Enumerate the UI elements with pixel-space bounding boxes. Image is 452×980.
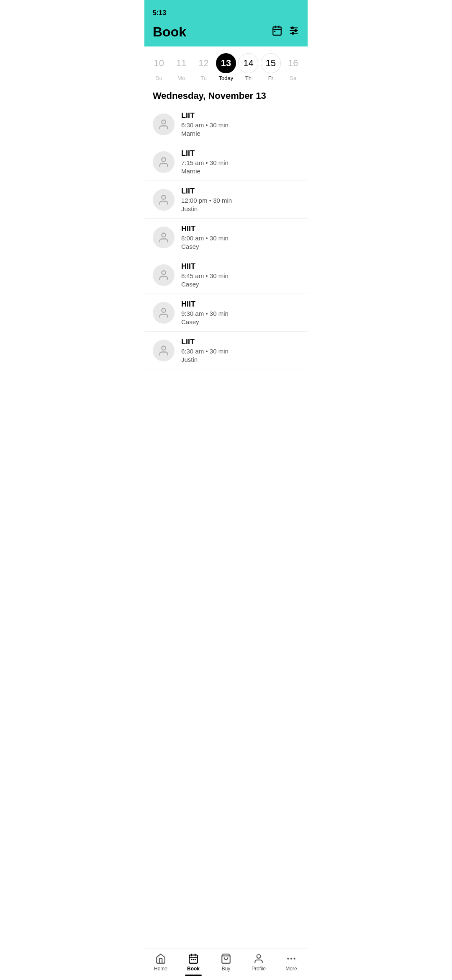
class-avatar: [153, 227, 175, 248]
class-trainer: Marnie: [181, 168, 229, 175]
class-info: HIIT 9:30 am • 30 min Casey: [181, 300, 229, 325]
svg-point-12: [162, 157, 165, 161]
svg-rect-0: [273, 27, 281, 35]
svg-point-8: [292, 27, 293, 28]
svg-point-13: [162, 195, 165, 199]
class-info: LIIT 7:15 am • 30 min Marnie: [181, 149, 229, 175]
calendar-icon[interactable]: [272, 25, 282, 39]
class-time: 6:30 am • 30 min: [181, 348, 229, 355]
class-info: HIIT 8:45 am • 30 min Casey: [181, 262, 229, 288]
date-item-16[interactable]: 16 Sa: [282, 53, 304, 81]
svg-point-15: [162, 271, 165, 274]
class-time: 7:15 am • 30 min: [181, 159, 229, 166]
date-item-10[interactable]: 10 Su: [148, 53, 170, 81]
section-date: Wednesday, November 13: [144, 85, 308, 106]
svg-point-14: [162, 233, 165, 237]
class-name: LIIT: [181, 187, 232, 196]
class-trainer: Justin: [181, 356, 229, 363]
class-info: LIIT 6:30 am • 30 min Justin: [181, 338, 229, 363]
class-info: HIIT 8:00 am • 30 min Casey: [181, 224, 229, 250]
class-name: LIIT: [181, 338, 229, 346]
date-item-14[interactable]: 14 Th: [237, 53, 259, 81]
svg-point-11: [162, 120, 165, 124]
class-avatar: [153, 189, 175, 211]
svg-point-9: [295, 30, 296, 31]
svg-point-16: [162, 308, 165, 312]
class-item[interactable]: LIIT 6:30 am • 30 min Justin: [144, 332, 308, 369]
class-info: LIIT 12:00 pm • 30 min Justin: [181, 187, 232, 212]
date-item-11[interactable]: 11 Mo: [170, 53, 192, 81]
class-time: 12:00 pm • 30 min: [181, 197, 232, 204]
svg-point-10: [292, 32, 294, 34]
page-title: Book: [153, 24, 186, 40]
class-item[interactable]: LIIT 6:30 am • 30 min Marnie: [144, 106, 308, 143]
class-list: LIIT 6:30 am • 30 min Marnie LIIT 7:15 a…: [144, 106, 308, 399]
class-trainer: Casey: [181, 243, 229, 250]
status-bar: 5:13: [144, 0, 308, 21]
class-avatar: [153, 340, 175, 361]
class-name: HIIT: [181, 300, 229, 309]
class-item[interactable]: HIIT 9:30 am • 30 min Casey: [144, 294, 308, 332]
class-name: HIIT: [181, 224, 229, 233]
class-name: HIIT: [181, 262, 229, 271]
class-time: 6:30 am • 30 min: [181, 121, 229, 129]
class-avatar: [153, 264, 175, 286]
class-info: LIIT 6:30 am • 30 min Marnie: [181, 111, 229, 137]
status-time: 5:13: [153, 9, 166, 17]
date-item-15[interactable]: 15 Fr: [260, 53, 282, 81]
filter-icon[interactable]: [288, 25, 299, 39]
class-avatar: [153, 113, 175, 135]
class-item[interactable]: LIIT 12:00 pm • 30 min Justin: [144, 181, 308, 219]
date-item-12[interactable]: 12 Tu: [193, 53, 215, 81]
class-item[interactable]: HIIT 8:45 am • 30 min Casey: [144, 256, 308, 294]
svg-point-17: [162, 346, 165, 350]
class-time: 8:00 am • 30 min: [181, 235, 229, 242]
class-trainer: Casey: [181, 281, 229, 288]
app-header: Book: [144, 21, 308, 46]
class-time: 8:45 am • 30 min: [181, 272, 229, 279]
class-trainer: Marnie: [181, 130, 229, 137]
class-name: LIIT: [181, 149, 229, 158]
date-strip: 10 Su 11 Mo 12 Tu 13 Today 14 Th 15 Fr 1…: [144, 46, 308, 85]
class-name: LIIT: [181, 111, 229, 120]
class-time: 9:30 am • 30 min: [181, 310, 229, 317]
class-avatar: [153, 151, 175, 173]
header-actions: [272, 25, 299, 39]
class-item[interactable]: LIIT 7:15 am • 30 min Marnie: [144, 143, 308, 181]
class-trainer: Casey: [181, 318, 229, 325]
class-item[interactable]: HIIT 8:00 am • 30 min Casey: [144, 219, 308, 256]
class-avatar: [153, 302, 175, 324]
date-item-13[interactable]: 13 Today: [215, 53, 237, 81]
class-trainer: Justin: [181, 205, 232, 212]
